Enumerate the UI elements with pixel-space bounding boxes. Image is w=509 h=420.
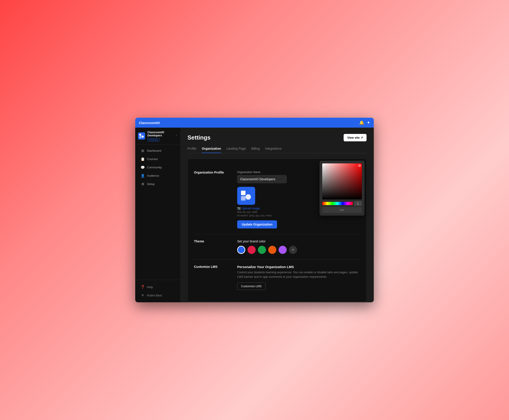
brand-color-label: Set your brand color: [237, 240, 360, 243]
gradient-cursor: [358, 165, 361, 167]
sidebar-item-user[interactable]: ✕ Rotimi Best: [137, 291, 178, 299]
setup-label: Setup: [147, 182, 155, 186]
tab-profile[interactable]: Profile: [187, 147, 196, 153]
color-swatch-blue[interactable]: [237, 246, 245, 254]
chevron-icon: ⌃: [175, 134, 177, 137]
color-gradient[interactable]: [322, 163, 362, 199]
tab-organization[interactable]: Organization: [202, 147, 221, 153]
svg-point-1: [141, 135, 144, 138]
sidebar-item-help[interactable]: ❓ Help: [137, 283, 178, 291]
view-site-button[interactable]: View site ↗: [344, 134, 367, 141]
settings-icon[interactable]: ✦: [367, 120, 370, 125]
org-header[interactable]: ClassroomIO Developers Enterprise ⌃: [135, 128, 180, 145]
community-label: Community: [147, 166, 162, 169]
upload-image-link[interactable]: 📷 Upload Image: [237, 207, 260, 210]
svg-rect-3: [241, 191, 245, 195]
customize-lms-title: Personalize Your Organization LMS: [237, 265, 360, 269]
help-icon: ❓: [141, 285, 145, 289]
max-file-size: Max file size: 2MB: [237, 211, 257, 213]
app-window: ClassroomIO 🔔 ✦ ClassroomIO Developers E…: [135, 118, 374, 302]
setup-icon: ⚙: [141, 182, 145, 186]
page-header: Settings View site ↗: [187, 134, 367, 141]
page-title: Settings: [187, 134, 211, 141]
color-swatch-purple[interactable]: [279, 246, 287, 254]
customize-lms-label: Customize LMS: [194, 265, 230, 290]
org-profile-label: Organization Profile: [194, 171, 230, 228]
org-profile-section: Organization Profile Organization Name: [194, 165, 360, 234]
update-org-button[interactable]: Update Organization: [237, 220, 277, 228]
app-title: ClassroomIO: [139, 121, 160, 125]
courses-label: Courses: [147, 157, 158, 161]
theme-section: Theme Set your brand color +: [194, 234, 360, 260]
org-logo-icon: [138, 132, 145, 140]
help-label: Help: [147, 285, 153, 289]
dashboard-label: Dashboard: [147, 149, 161, 152]
hex-label: hex: [340, 208, 344, 212]
org-badge: Enterprise: [148, 138, 159, 141]
settings-card: Organization Profile Organization Name: [187, 159, 367, 302]
svg-rect-5: [241, 196, 245, 201]
top-bar: ClassroomIO 🔔 ✦: [135, 118, 374, 128]
color-picker-popup: 1 hex: [319, 161, 365, 216]
customize-lms-button[interactable]: Customize LMS: [237, 283, 266, 290]
sidebar-item-dashboard[interactable]: ⊞ Dashboard: [137, 147, 178, 155]
camera-icon: 📷: [237, 207, 241, 210]
svg-rect-2: [139, 136, 141, 138]
svg-rect-0: [139, 134, 141, 136]
nav-items: ⊞ Dashboard 📋 Courses 💬 Community 👤 Audi…: [135, 145, 180, 280]
hue-slider-row: 1: [322, 201, 362, 206]
color-swatch-red[interactable]: [248, 246, 256, 254]
audience-icon: 👤: [141, 174, 145, 178]
main-layout: ClassroomIO Developers Enterprise ⌃ ⊞ Da…: [135, 128, 374, 302]
user-label: Rotimi Best: [147, 294, 162, 297]
sidebar-item-community[interactable]: 💬 Community: [137, 163, 178, 172]
tab-landing-page[interactable]: Landing Page: [226, 147, 246, 153]
org-name-input[interactable]: [237, 175, 287, 183]
hue-slider[interactable]: [322, 202, 353, 205]
opacity-input[interactable]: 1: [354, 201, 362, 206]
tab-integrations[interactable]: Integrations: [265, 147, 281, 153]
dashboard-icon: ⊞: [141, 149, 145, 153]
hex-row[interactable]: hex: [322, 207, 362, 213]
color-swatch-orange[interactable]: [268, 246, 276, 254]
color-swatch-green[interactable]: [258, 246, 266, 254]
customize-lms-desc: Control your students learning experienc…: [237, 270, 360, 279]
sidebar-bottom: ❓ Help ✕ Rotimi Best: [135, 280, 180, 302]
theme-content: Set your brand color +: [237, 240, 360, 254]
customize-lms-content: Personalize Your Organization LMS Contro…: [237, 265, 360, 290]
accepted-formats: Accepted:: jpeg, jpg, png, webp: [237, 214, 272, 217]
theme-label: Theme: [194, 240, 230, 254]
top-bar-icons: 🔔 ✦: [359, 120, 370, 125]
logo-preview: [237, 187, 255, 205]
sidebar-item-audience[interactable]: 👤 Audience: [137, 172, 178, 180]
sidebar-item-setup[interactable]: ⚙ Setup: [137, 180, 178, 188]
audience-label: Audience: [147, 174, 159, 177]
tabs: Profile Organization Landing Page Billin…: [187, 147, 367, 153]
community-icon: 💬: [141, 165, 145, 170]
sidebar: ClassroomIO Developers Enterprise ⌃ ⊞ Da…: [135, 128, 180, 302]
color-swatches: +: [237, 246, 360, 254]
content-area: Settings View site ↗ Profile Organizatio…: [180, 128, 374, 302]
tab-billing[interactable]: Billing: [251, 147, 260, 153]
courses-icon: 📋: [141, 157, 145, 161]
svg-point-4: [245, 194, 251, 200]
sidebar-item-courses[interactable]: 📋 Courses: [137, 155, 178, 163]
org-info: ClassroomIO Developers Enterprise: [148, 131, 173, 141]
user-icon: ✕: [141, 293, 145, 297]
color-add-button[interactable]: +: [289, 246, 297, 254]
org-name: ClassroomIO Developers: [148, 131, 173, 137]
notification-icon[interactable]: 🔔: [359, 120, 364, 125]
customize-lms-section: Customize LMS Personalize Your Organizat…: [194, 260, 360, 295]
